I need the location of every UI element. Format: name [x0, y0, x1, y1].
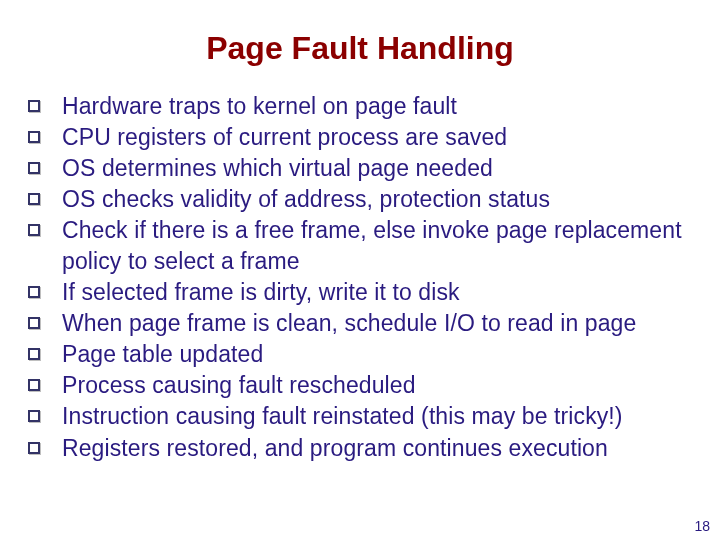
bullet-text: Page table updated — [62, 339, 700, 370]
bullet-text: Process causing fault rescheduled — [62, 370, 700, 401]
bullet-text: Check if there is a free frame, else inv… — [62, 215, 700, 277]
bullet-text: CPU registers of current process are sav… — [62, 122, 700, 153]
slide: Page Fault Handling Hardware traps to ke… — [0, 0, 720, 540]
list-item: Instruction causing fault reinstated (th… — [28, 401, 700, 432]
bullet-text: OS determines which virtual page needed — [62, 153, 700, 184]
bullet-text: If selected frame is dirty, write it to … — [62, 277, 700, 308]
square-bullet-icon — [28, 193, 40, 205]
square-bullet-icon — [28, 379, 40, 391]
slide-title: Page Fault Handling — [20, 30, 700, 67]
list-item: When page frame is clean, schedule I/O t… — [28, 308, 700, 339]
bullet-text: Registers restored, and program continue… — [62, 433, 700, 464]
square-bullet-icon — [28, 317, 40, 329]
list-item: OS checks validity of address, protectio… — [28, 184, 700, 215]
list-item: Process causing fault rescheduled — [28, 370, 700, 401]
list-item: Hardware traps to kernel on page fault — [28, 91, 700, 122]
list-item: CPU registers of current process are sav… — [28, 122, 700, 153]
square-bullet-icon — [28, 286, 40, 298]
list-item: Check if there is a free frame, else inv… — [28, 215, 700, 277]
square-bullet-icon — [28, 442, 40, 454]
list-item: Registers restored, and program continue… — [28, 433, 700, 464]
bullet-text: OS checks validity of address, protectio… — [62, 184, 700, 215]
bullet-text: Hardware traps to kernel on page fault — [62, 91, 700, 122]
square-bullet-icon — [28, 410, 40, 422]
square-bullet-icon — [28, 131, 40, 143]
bullet-list: Hardware traps to kernel on page fault C… — [28, 91, 700, 464]
bullet-text: When page frame is clean, schedule I/O t… — [62, 308, 700, 339]
square-bullet-icon — [28, 100, 40, 112]
square-bullet-icon — [28, 224, 40, 236]
square-bullet-icon — [28, 348, 40, 360]
list-item: OS determines which virtual page needed — [28, 153, 700, 184]
list-item: If selected frame is dirty, write it to … — [28, 277, 700, 308]
list-item: Page table updated — [28, 339, 700, 370]
page-number: 18 — [694, 518, 710, 534]
bullet-text: Instruction causing fault reinstated (th… — [62, 401, 700, 432]
square-bullet-icon — [28, 162, 40, 174]
